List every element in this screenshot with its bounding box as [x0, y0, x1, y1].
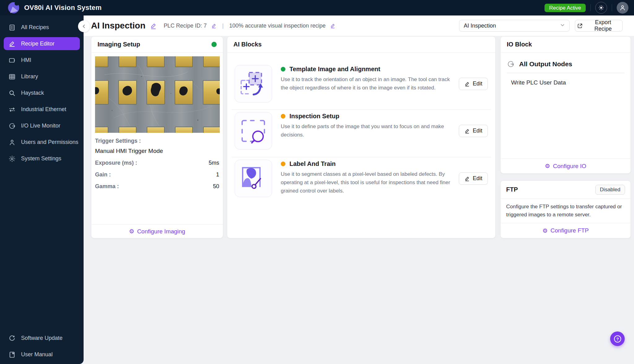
ethernet-arrows-icon — [8, 106, 16, 113]
user-avatar[interactable] — [617, 2, 628, 14]
edit-pencil-icon — [464, 128, 470, 134]
sidebar-nav: All Recipes Recipe Editor — [0, 15, 84, 167]
gamma-row: Gamma : 50 — [95, 183, 219, 190]
inspection-setup-icon — [235, 112, 272, 150]
sidebar-item-label: Recipe Editor — [21, 41, 54, 47]
manual-icon — [8, 351, 16, 358]
sidebar-item-recipe-editor[interactable]: Recipe Editor — [4, 37, 80, 50]
io-monitor-icon — [8, 122, 16, 130]
sidebar-item-label: Users and Permissions — [21, 139, 78, 145]
ai-blocks-header: AI Blocks — [227, 37, 495, 53]
sidebar-item-io-live-monitor[interactable]: I/O Live Monitor — [0, 118, 84, 134]
sidebar-item-label: Library — [21, 73, 38, 80]
plc-edit-icon[interactable] — [211, 23, 217, 28]
ai-block-status-dot — [281, 67, 285, 72]
output-nodes-icon — [507, 60, 515, 68]
edit-label: Edit — [473, 80, 482, 87]
output-node-item[interactable]: Write PLC User Data — [507, 79, 624, 86]
sidebar: All Recipes Recipe Editor — [0, 15, 84, 364]
edit-pencil-icon — [464, 81, 470, 87]
header-separator: | — [222, 23, 224, 29]
topbar-divider — [612, 4, 612, 11]
ai-block-description: Use it to define parts of the image that… — [281, 122, 451, 139]
sidebar-item-users-and-permissions[interactable]: Users and Permissions — [0, 134, 84, 150]
topbar-divider — [590, 4, 591, 11]
edit-template-alignment-button[interactable]: Edit — [459, 78, 488, 90]
user-avatar-icon — [619, 4, 626, 11]
edit-label-and-train-button[interactable]: Edit — [459, 172, 488, 185]
help-button[interactable]: ? — [610, 332, 625, 346]
sidebar-item-label: Industrial Ethernet — [21, 106, 66, 113]
imaging-setup-title: Imaging Setup — [98, 41, 140, 48]
ai-block-label-and-train: Label And Train Use it to segment classe… — [227, 157, 495, 205]
sidebar-item-label: System Settings — [21, 155, 61, 162]
label-train-icon — [235, 160, 272, 197]
ai-blocks-card: AI Blocks Template Image and Alignment — [227, 36, 496, 238]
ov80i-logo-icon — [8, 2, 19, 13]
sidebar-item-system-settings[interactable]: System Settings — [0, 150, 84, 167]
sidebar-item-label: User Manual — [21, 351, 53, 358]
all-output-nodes-group: All Output Nodes — [507, 60, 624, 68]
sidebar-item-library[interactable]: Library — [0, 68, 84, 85]
gamma-value: 50 — [213, 183, 219, 190]
export-icon — [577, 23, 583, 29]
io-block-body: All Output Nodes Write PLC User Data — [501, 53, 631, 86]
ai-block-description: Use it to segment classes at a pixel-lev… — [281, 170, 451, 195]
sidebar-item-industrial-ethernet[interactable]: Industrial Ethernet — [0, 101, 84, 118]
refresh-icon — [8, 335, 16, 342]
pencil-icon — [8, 40, 16, 47]
gain-label: Gain : — [95, 171, 111, 178]
export-recipe-label: Export Recipe — [586, 19, 620, 32]
sidebar-collapse-button[interactable] — [78, 20, 90, 32]
edit-pencil-icon — [464, 176, 470, 181]
trigger-settings-label: Trigger Settings : — [95, 138, 219, 144]
sidebar-bottom-nav: Software Update User Manual — [0, 330, 84, 363]
camera-preview-image — [95, 56, 220, 133]
imaging-setup-card: Imaging Setup — [91, 36, 223, 238]
recipe-description: 100% accurate visual inspection recipe — [229, 23, 326, 29]
ai-block-text: Template Image and Alignment Use it to t… — [281, 66, 451, 92]
configure-io-button[interactable]: ⚙ Configure IO — [501, 158, 631, 173]
imaging-status-dot — [211, 42, 217, 47]
ai-block-template-alignment: Template Image and Alignment Use it to t… — [227, 53, 495, 109]
sidebar-item-label: HMI — [21, 57, 31, 63]
theme-toggle-button[interactable] — [595, 2, 607, 14]
description-edit-icon[interactable] — [330, 23, 336, 28]
recipe-active-badge: Recipe Active — [545, 4, 586, 12]
gain-value: 1 — [216, 171, 219, 178]
sidebar-item-label: Haystack — [21, 90, 44, 96]
configure-ftp-button[interactable]: ⚙ Configure FTP — [501, 223, 631, 238]
ai-block-text: Label And Train Use it to segment classe… — [281, 160, 451, 195]
ai-block-title: Label And Train — [289, 160, 336, 167]
ai-block-inspection-setup: Inspection Setup Use it to define parts … — [227, 110, 495, 157]
sidebar-item-all-recipes[interactable]: All Recipes — [0, 19, 84, 36]
configure-imaging-label: Configure Imaging — [137, 228, 185, 235]
app-title: OV80i AI Vision System — [24, 4, 102, 12]
monitor-icon — [8, 57, 16, 64]
configure-ftp-label: Configure FTP — [550, 227, 589, 234]
trigger-mode-value: Manual HMI Trigger Mode — [95, 148, 219, 154]
io-group-divider — [507, 73, 624, 73]
edit-inspection-setup-button[interactable]: Edit — [459, 125, 488, 137]
exposure-row: Exposure (ms) : 5ms — [95, 160, 219, 166]
export-recipe-button[interactable]: Export Recipe — [575, 20, 623, 32]
gear-icon: ⚙ — [542, 228, 548, 234]
recipe-select[interactable]: AI Inspection — [459, 20, 570, 32]
gamma-label: Gamma : — [95, 183, 119, 190]
title-edit-icon[interactable] — [150, 22, 157, 29]
ftp-header: FTP Disabled — [501, 181, 631, 199]
configure-imaging-button[interactable]: ⚙ Configure Imaging — [91, 224, 223, 238]
sidebar-item-software-update[interactable]: Software Update — [0, 330, 84, 346]
sidebar-item-hmi[interactable]: HMI — [0, 52, 84, 68]
recipes-icon — [8, 24, 16, 31]
question-icon: ? — [613, 334, 622, 344]
edit-label: Edit — [473, 128, 482, 134]
configure-io-label: Configure IO — [553, 163, 586, 170]
ftp-status-badge: Disabled — [595, 185, 625, 195]
page-title: AI Inspection — [91, 21, 145, 31]
io-block-title: IO Block — [507, 41, 532, 48]
ftp-title: FTP — [506, 186, 518, 193]
app-root: OV80i AI Vision System Recipe Active — [0, 0, 634, 364]
sidebar-item-user-manual[interactable]: User Manual — [0, 346, 84, 363]
sidebar-item-haystack[interactable]: Haystack — [0, 85, 84, 101]
